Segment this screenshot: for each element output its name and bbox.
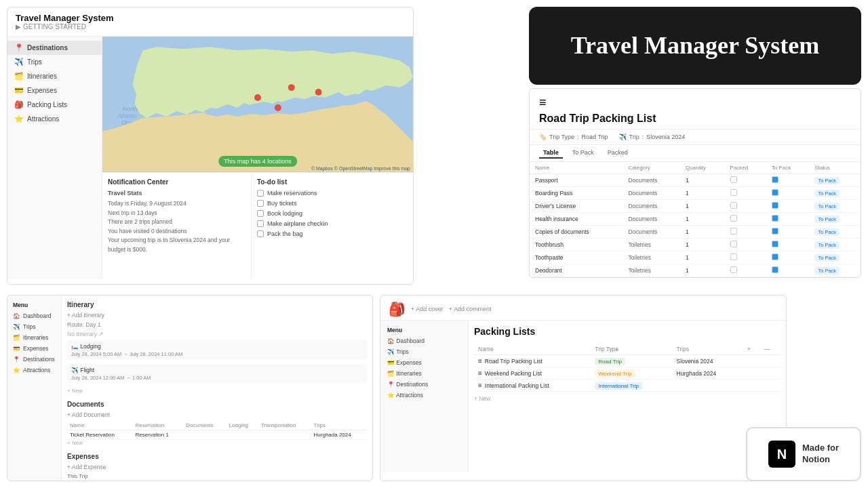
packing-lists-table: Name Trip Type Trips + — ≡ Road Trip Pac…: [474, 344, 781, 392]
br-sidebar: Menu 🏠 Dashboard ✈️ Trips 💳 Expenses 🗂️ …: [380, 321, 469, 472]
table-row: PassportDocuments1To Pack: [530, 174, 861, 187]
title-card: Travel Manager System: [529, 7, 861, 85]
add-comment-button[interactable]: + Add comment: [449, 306, 492, 312]
notification-title: Notification Center: [108, 178, 245, 186]
tr-meta: 🏷️ Trip Type : Road Trip ✈️ Trip : Slove…: [530, 129, 861, 145]
packed-checkbox[interactable]: [730, 215, 737, 222]
map-svg: North Atlantic Ocean: [102, 37, 413, 172]
to-pack-checkbox[interactable]: [772, 253, 778, 260]
to-pack-checkbox[interactable]: [772, 266, 778, 273]
add-document-button[interactable]: + Add Document: [67, 411, 367, 418]
travel-stats: Travel Stats Today is Friday, 9 August 2…: [108, 190, 245, 255]
bl-sidebar-trips[interactable]: ✈️ Trips: [7, 321, 61, 332]
br-sidebar-attractions[interactable]: ⭐ Attractions: [380, 390, 468, 401]
list-name-weekend: ≡ Weekend Packing List: [478, 369, 587, 377]
packed-checkbox[interactable]: [730, 176, 737, 183]
sidebar-item-trips[interactable]: ✈️ Trips: [7, 55, 102, 69]
to-pack-checkbox[interactable]: [772, 215, 778, 222]
itineraries-icon: 🗂️: [14, 72, 24, 81]
add-new-itinerary[interactable]: + New: [67, 388, 367, 394]
to-pack-checkbox[interactable]: [772, 202, 778, 209]
bottom-left-panel: Menu 🏠 Dashboard ✈️ Trips 🗂️ Itineraries…: [7, 295, 373, 481]
todo-checkbox-5[interactable]: [257, 230, 264, 237]
list-icon-road-trip: ≡: [478, 357, 482, 365]
add-new-document[interactable]: + New: [67, 440, 367, 446]
packing-lists-title: Packing Lists: [474, 326, 781, 337]
table-row: Copies of documentsDocuments1To Pack: [530, 226, 861, 239]
bl-sidebar-itineraries[interactable]: 🗂️ Itineraries: [7, 332, 61, 343]
add-expense-button[interactable]: + Add Expense: [67, 464, 367, 470]
sidebar-item-expenses[interactable]: 💳 Expenses: [7, 83, 102, 98]
itinerary-item-lodging: 🛏️ Lodging July 28, 2024 5:00 AM → July …: [67, 340, 367, 360]
table-row: ToothpasteToiletries1To Pack: [530, 251, 861, 264]
packed-checkbox[interactable]: [730, 266, 737, 273]
tl-bottom-panels: Notification Center Travel Stats Today i…: [102, 172, 413, 279]
sidebar-item-packing[interactable]: 🎒 Packing Lists: [7, 98, 102, 112]
table-row: ≡ Road Trip Packing List Road Trip Slove…: [474, 355, 781, 367]
main-title: Travel Manager System: [571, 31, 820, 60]
bl-expenses-section: Expenses + Add Expense This Trip Lodging…: [67, 453, 367, 481]
br-sidebar-destinations[interactable]: 📍 Destinations: [380, 379, 468, 390]
top-right-panel: ≡ Road Trip Packing List 🏷️ Trip Type : …: [529, 88, 861, 278]
bl-sidebar-attractions[interactable]: ⭐ Attractions: [7, 365, 61, 375]
bl-sidebar-expenses[interactable]: 💳 Expenses: [7, 343, 61, 354]
packed-checkbox[interactable]: [730, 189, 737, 196]
todo-checkbox-3[interactable]: [257, 210, 264, 217]
bl-documents-title: Documents: [67, 401, 367, 408]
todo-item-1[interactable]: Make reservations: [257, 190, 408, 197]
tab-packed[interactable]: Packed: [604, 148, 632, 159]
tr-meta-triptype: 🏷️ Trip Type : Road Trip: [539, 134, 608, 140]
todo-checkbox-2[interactable]: [257, 200, 264, 207]
bl-sidebar-destinations[interactable]: 📍 Destinations: [7, 354, 61, 365]
todo-item-5[interactable]: Pack the bag: [257, 230, 408, 237]
add-itinerary-button[interactable]: + Add Itinerary: [67, 312, 367, 319]
col-trip-type: Trip Type: [591, 344, 672, 355]
packing-icon: 🎒: [14, 100, 24, 109]
todo-item-3[interactable]: Book lodging: [257, 210, 408, 217]
packed-checkbox[interactable]: [730, 202, 737, 209]
sidebar-item-itineraries[interactable]: 🗂️ Itineraries: [7, 69, 102, 83]
svg-point-4: [254, 94, 261, 101]
todo-checkbox-1[interactable]: [257, 190, 264, 197]
table-row: DeodorantToiletries1To Pack: [530, 264, 861, 277]
sidebar-item-destinations[interactable]: 📍 Destinations: [7, 41, 102, 55]
packing-lists-icon: 🎒: [389, 301, 406, 317]
add-new-list[interactable]: + New: [474, 395, 781, 402]
app-title: Travel Manager System: [16, 13, 405, 23]
sidebar-item-attractions[interactable]: ⭐ Attractions: [7, 112, 102, 126]
br-header: 🎒 + Add cover + Add comment: [380, 296, 786, 321]
tr-meta-trip: ✈️ Trip : Slovenia 2024: [619, 134, 686, 140]
getting-started: ▶ GETTING STARTED: [16, 23, 405, 30]
to-pack-checkbox[interactable]: [772, 241, 778, 247]
br-sidebar-itineraries[interactable]: 🗂️ Itineraries: [380, 368, 468, 379]
br-sidebar-dashboard[interactable]: 🏠 Dashboard: [380, 336, 468, 346]
todo-item-4[interactable]: Make airplane checkin: [257, 220, 408, 227]
bl-sidebar-dashboard[interactable]: 🏠 Dashboard: [7, 310, 61, 321]
packed-checkbox[interactable]: [730, 253, 737, 260]
tab-table[interactable]: Table: [539, 148, 563, 159]
br-content: Packing Lists Name Trip Type Trips + —: [469, 321, 786, 472]
col-packed: Packed: [725, 162, 766, 174]
top-left-panel: Travel Manager System ▶ GETTING STARTED …: [7, 7, 414, 285]
br-menu-label: Menu: [380, 325, 468, 336]
trip-type-badge-3: International Trip: [595, 382, 642, 390]
col-status: Status: [809, 162, 861, 174]
table-row: Ticket Reservation Reservation 1 Hurghad…: [67, 430, 367, 440]
map-attribution: © Mapbox © OpenStreetMap Improve this ma…: [311, 166, 410, 171]
to-pack-checkbox[interactable]: [772, 176, 778, 183]
packed-checkbox[interactable]: [730, 228, 737, 235]
svg-point-7: [275, 104, 281, 111]
tl-sidebar: 📍 Destinations ✈️ Trips 🗂️ Itineraries 💳…: [7, 37, 102, 279]
no-itinerary[interactable]: No Itinerary ↗: [67, 331, 367, 338]
to-pack-checkbox[interactable]: [772, 189, 778, 196]
todo-checkbox-4[interactable]: [257, 220, 264, 227]
add-cover-button[interactable]: + Add cover: [411, 306, 443, 312]
br-sidebar-trips[interactable]: ✈️ Trips: [380, 346, 468, 357]
svg-point-5: [288, 84, 295, 91]
br-sidebar-expenses[interactable]: 💳 Expenses: [380, 357, 468, 368]
to-pack-checkbox[interactable]: [772, 228, 778, 235]
packed-checkbox[interactable]: [730, 241, 737, 247]
todo-item-2[interactable]: Buy tickets: [257, 200, 408, 207]
tab-to-pack[interactable]: To Pack: [568, 148, 598, 159]
bl-itinerary-section: Itinerary + Add Itinerary Route: Day 1 N…: [67, 301, 367, 394]
